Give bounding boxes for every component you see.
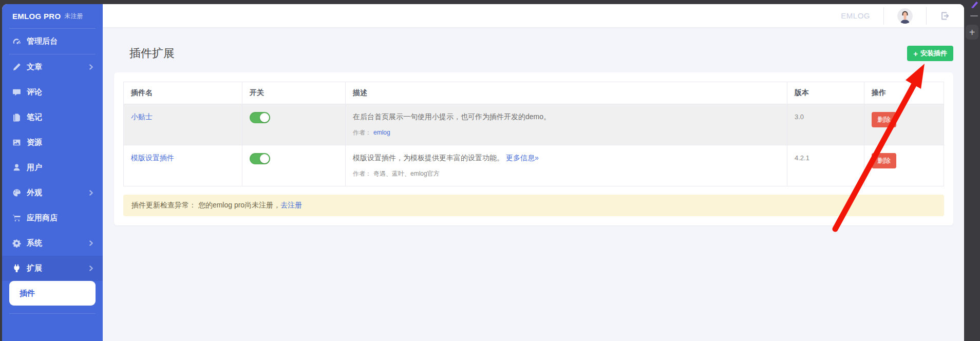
sidebar-item-system[interactable]: 系统 (2, 231, 103, 256)
sidebar-item-notes[interactable]: 笔记 (2, 105, 103, 130)
user-icon (12, 163, 21, 172)
note-icon (12, 113, 21, 122)
sidebar-item-label: 扩展 (27, 263, 42, 273)
cart-icon (12, 214, 21, 222)
sidebar-item-resources[interactable]: 资源 (2, 130, 103, 155)
more-info-link[interactable]: 更多信息» (506, 154, 539, 162)
sidebar: EMLOG PRO 未注册 管理后台 文章 评论 (2, 4, 103, 341)
avatar[interactable] (897, 8, 913, 24)
logout-icon[interactable] (940, 11, 950, 21)
app-window: EMLOG PRO 未注册 管理后台 文章 评论 (2, 4, 964, 341)
sidebar-item-label: 用户 (27, 163, 42, 173)
palette-icon (12, 188, 21, 197)
pen-cursor-icon (970, 1, 978, 9)
sidebar-item-users[interactable]: 用户 (2, 155, 103, 180)
plugin-version: 3.0 (795, 113, 804, 121)
sidebar-item-appearance[interactable]: 外观 (2, 180, 103, 205)
gear-icon (12, 239, 21, 248)
unregistered-warning: 插件更新检查异常： 您的emlog pro尚未注册，去注册 (123, 195, 944, 216)
sidebar-item-label: 评论 (27, 87, 42, 97)
plugin-name-link[interactable]: 模版设置插件 (131, 154, 174, 162)
col-header-switch: 开关 (242, 82, 346, 104)
warning-text: 插件更新检查异常： 您的emlog pro尚未注册， (131, 201, 280, 209)
minimize-icon[interactable] (970, 15, 978, 16)
brand: EMLOG PRO 未注册 (2, 4, 103, 28)
plugins-card: 插件名 开关 描述 版本 操作 小贴士 (114, 72, 953, 225)
sidebar-item-label: 管理后台 (27, 36, 58, 46)
author-label: 作者： (353, 170, 371, 177)
author-label: 作者： (353, 129, 371, 136)
topbar-divider (883, 7, 884, 25)
site-home-link[interactable]: EMLOG (841, 11, 870, 20)
plugin-version: 4.2.1 (795, 154, 809, 162)
delete-plugin-button[interactable]: 删除 (872, 112, 896, 127)
plugins-table: 插件名 开关 描述 版本 操作 小贴士 (123, 82, 944, 186)
main-area: EMLOG 插件扩展 (103, 4, 964, 341)
browser-frame-strip: + (964, 0, 980, 341)
col-header-action: 操作 (864, 82, 944, 104)
author-link[interactable]: emlog (373, 129, 390, 136)
page-body: 插件扩展 + 安装插件 插件名 开关 描述 版 (103, 27, 964, 225)
plus-icon: + (913, 50, 918, 58)
plugin-description: 在后台首页展示一句使用小提示，也可作为插件开发的demo。 (353, 112, 780, 121)
plug-icon (12, 264, 21, 273)
sidebar-item-label: 资源 (27, 138, 42, 147)
avatar-illustration (897, 8, 913, 24)
plugin-description-text: 模版设置插件，为模板提供更丰富的设置功能。 (353, 154, 504, 162)
go-register-link[interactable]: 去注册 (280, 201, 302, 209)
sidebar-subitem-label: 插件 (20, 289, 35, 298)
sidebar-divider (9, 313, 96, 314)
col-header-desc: 描述 (346, 82, 787, 104)
table-header-row: 插件名 开关 描述 版本 操作 (124, 82, 944, 104)
author-names: 奇遇、蓝叶、emlog官方 (373, 170, 440, 177)
new-tab-button[interactable]: + (966, 25, 978, 40)
plugin-author: 作者：奇遇、蓝叶、emlog官方 (353, 169, 780, 178)
plugin-author: 作者：emlog (353, 128, 780, 137)
comment-icon (12, 88, 21, 97)
sidebar-item-label: 应用商店 (27, 213, 58, 223)
col-header-version: 版本 (787, 82, 864, 104)
plugin-name-link[interactable]: 小贴士 (131, 112, 153, 121)
chevron-right-icon (89, 190, 93, 196)
table-row: 小贴士 在后台首页展示一句使用小提示，也可作为插件开发的demo。 作者：eml… (124, 104, 944, 145)
page-title: 插件扩展 (114, 46, 175, 61)
unregistered-badge: 未注册 (64, 12, 83, 21)
sidebar-item-label: 外观 (27, 188, 42, 198)
topbar-divider (926, 7, 927, 25)
sidebar-item-extensions[interactable]: 扩展 (2, 256, 103, 281)
sidebar-item-app-store[interactable]: 应用商店 (2, 205, 103, 231)
chevron-right-icon (89, 64, 93, 70)
sidebar-item-label: 系统 (27, 238, 42, 248)
topbar: EMLOG (103, 4, 964, 27)
sidebar-item-articles[interactable]: 文章 (2, 54, 103, 80)
toggle-knob (260, 154, 269, 163)
gauge-icon (12, 37, 21, 46)
chevron-right-icon (89, 266, 93, 271)
plugin-toggle[interactable] (250, 153, 270, 164)
table-row: 模版设置插件 模版设置插件，为模板提供更丰富的设置功能。更多信息» 作者：奇遇、… (124, 145, 944, 186)
install-plugin-label: 安装插件 (920, 49, 947, 58)
plugin-description: 模版设置插件，为模板提供更丰富的设置功能。更多信息» (353, 153, 780, 162)
pencil-icon (12, 63, 21, 71)
install-plugin-button[interactable]: + 安装插件 (907, 46, 953, 61)
sidebar-item-label: 文章 (27, 62, 42, 72)
plugin-toggle[interactable] (250, 112, 270, 123)
sidebar-item-comments[interactable]: 评论 (2, 80, 103, 105)
title-row: 插件扩展 + 安装插件 (114, 45, 953, 62)
toggle-knob (260, 113, 269, 122)
image-icon (12, 138, 21, 147)
brand-name: EMLOG PRO (12, 12, 61, 21)
sidebar-subitem-plugins[interactable]: 插件 (9, 281, 96, 306)
sidebar-item-dashboard[interactable]: 管理后台 (2, 29, 103, 54)
sidebar-item-label: 笔记 (27, 112, 42, 122)
col-header-name: 插件名 (124, 82, 242, 104)
chevron-right-icon (89, 240, 93, 246)
delete-plugin-button[interactable]: 删除 (872, 153, 896, 168)
